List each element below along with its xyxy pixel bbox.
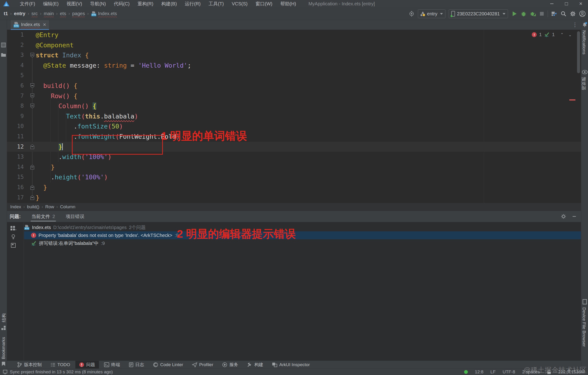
profile-icon[interactable] <box>579 10 586 17</box>
previewer-eye-icon[interactable] <box>582 70 588 74</box>
code-line[interactable]: 9 Text(this.balabala) <box>7 111 581 122</box>
preview-source-icon[interactable] <box>11 243 16 248</box>
next-problem-chevron-icon[interactable]: ⌃ <box>568 32 572 37</box>
code-editor[interactable]: 1@Entry2@Component3struct Index {4 @Stat… <box>7 30 581 203</box>
breadcrumb-item[interactable]: ets <box>60 11 66 16</box>
sync-icon[interactable] <box>3 370 8 374</box>
code-breadcrumb-item[interactable]: Column <box>60 204 75 209</box>
tool-window-button-profiler[interactable]: Profiler <box>188 361 217 369</box>
code-line[interactable]: 6 build() { <box>7 81 581 91</box>
menu-item[interactable]: 视图(V) <box>63 0 86 8</box>
code-breadcrumb-item[interactable]: build() <box>27 204 39 209</box>
menu-item[interactable]: 导航(N) <box>86 0 110 8</box>
code-line[interactable]: 14 } <box>7 162 581 172</box>
project-structure-icon[interactable] <box>551 11 557 17</box>
fold-marker-icon[interactable] <box>30 195 34 200</box>
problems-error-row[interactable]: ! Property 'balabala' does not exist on … <box>24 231 581 239</box>
run-button[interactable] <box>511 11 517 17</box>
menu-item[interactable]: 重构(R) <box>134 0 157 8</box>
tool-window-button-问题[interactable]: 问题 <box>75 361 99 369</box>
inspections-widget[interactable]: ! 1 1 ⌃ ⌃ <box>532 32 572 37</box>
settings-gear-icon[interactable] <box>570 11 576 17</box>
tool-window-button-todo[interactable]: TODO <box>47 361 74 369</box>
search-icon[interactable] <box>560 11 567 17</box>
fold-marker-icon[interactable] <box>30 53 34 58</box>
tab-index-ets[interactable]: ETS Index.ets ✕ <box>11 20 49 30</box>
menu-item[interactable]: VCS(S) <box>228 0 252 8</box>
tool-window-button-构建[interactable]: 构建 <box>243 361 267 369</box>
code-breadcrumb-item[interactable]: Row <box>45 204 54 209</box>
tab-project-errors[interactable]: 项目错误 <box>66 211 84 222</box>
code-line[interactable]: 4 @State message: string = 'Hello World'… <box>7 61 581 71</box>
code-line[interactable]: 10 .fontSize(50) <box>7 121 581 132</box>
code-line[interactable]: 3struct Index { <box>7 50 581 61</box>
tab-close-icon[interactable]: ✕ <box>43 22 46 27</box>
bookmark-flag-icon[interactable] <box>1 362 6 366</box>
prev-problem-chevron-icon[interactable]: ⌃ <box>560 32 564 37</box>
tool-window-button-终端[interactable]: 终端 <box>100 361 124 369</box>
tab-current-file[interactable]: 当前文件 2 <box>32 211 55 222</box>
code-line[interactable]: 1@Entry <box>7 30 581 40</box>
device-file-browser-icon[interactable] <box>582 299 587 304</box>
error-stripe-mark[interactable] <box>569 99 575 101</box>
device-select[interactable]: 23E0223C20040281 <box>449 9 508 18</box>
fold-marker-icon[interactable] <box>30 93 34 98</box>
locate-icon[interactable] <box>409 11 415 17</box>
menu-item[interactable]: 窗口(W) <box>252 0 276 8</box>
module-select[interactable]: entry <box>418 9 445 18</box>
tool-window-button-服务[interactable]: 服务 <box>218 361 242 369</box>
tool-window-button-版本控制[interactable]: 版本控制 <box>13 361 45 369</box>
code-line[interactable]: 8 Column() { <box>7 101 581 111</box>
fold-marker-icon[interactable] <box>30 83 34 88</box>
sidebar-item-previewer[interactable]: 预览器 <box>580 77 587 90</box>
sidebar-item-device-file-browser[interactable]: Device File Browser <box>581 307 587 347</box>
breadcrumb-item[interactable]: main <box>44 11 54 16</box>
tool-window-button-日志[interactable]: 日志 <box>125 361 148 369</box>
tab-options-kebab-icon[interactable]: ⋮ <box>572 21 578 28</box>
breadcrumb-item[interactable]: pages <box>72 11 85 16</box>
problems-typo-row[interactable]: 拼写错误:在单词"balabala"中 :9 <box>24 239 581 247</box>
menu-item[interactable]: 编辑(E) <box>39 0 63 8</box>
code-line[interactable]: 7 Row() { <box>7 91 581 101</box>
tool-window-button-code-linter[interactable]: Code Linter <box>149 361 187 369</box>
panel-settings-gear-icon[interactable] <box>561 214 566 219</box>
code-line[interactable]: 15 .height('100%') <box>7 172 581 182</box>
project-view-icon[interactable] <box>1 42 6 48</box>
folder-icon[interactable] <box>1 52 6 57</box>
code-line[interactable]: 2@Component <box>7 40 581 50</box>
menu-item[interactable]: 运行(R) <box>181 0 205 8</box>
file-encoding[interactable]: UTF-8 <box>503 369 515 375</box>
menu-item[interactable]: 文件(F) <box>16 0 39 8</box>
close-button[interactable]: ✕ <box>574 0 588 8</box>
fold-marker-icon[interactable] <box>30 165 34 170</box>
breadcrumb-item[interactable]: src <box>32 11 38 16</box>
code-line[interactable]: 17} <box>7 193 581 203</box>
menu-item[interactable]: 工具(T) <box>205 0 228 8</box>
breadcrumb-item[interactable]: entry <box>14 11 25 16</box>
problems-file-row[interactable]: ETS Index.ets D:\code\t1\entry\src\main\… <box>24 223 581 231</box>
group-by-icon[interactable] <box>10 226 16 231</box>
tool-window-button-arkui-inspector[interactable]: ArkUI Inspector <box>268 361 314 369</box>
stop-button[interactable] <box>539 11 544 16</box>
panel-minimize-icon[interactable] <box>572 214 576 219</box>
editor-scrollbar[interactable] <box>577 31 580 73</box>
menu-item[interactable]: 代码(C) <box>110 0 134 8</box>
fold-marker-icon[interactable] <box>30 144 34 149</box>
structure-blocks-icon[interactable] <box>1 325 6 330</box>
caret-position[interactable]: 12:8 <box>475 369 483 375</box>
lightbulb-icon[interactable] <box>11 234 15 240</box>
maximize-button[interactable] <box>559 0 574 8</box>
breadcrumb-item[interactable]: Index.ets <box>98 11 117 16</box>
sidebar-item-notifications[interactable]: Notifications <box>581 30 587 55</box>
debug-button[interactable] <box>521 11 527 17</box>
fold-marker-icon[interactable] <box>30 185 34 190</box>
sidebar-item-structure[interactable]: 结构 <box>1 314 7 322</box>
line-separator[interactable]: LF <box>491 369 496 375</box>
minimize-button[interactable] <box>545 0 559 8</box>
attach-debugger-button[interactable] <box>530 11 536 17</box>
notifications-icon[interactable] <box>582 22 588 28</box>
menu-item[interactable]: 帮助(H) <box>276 0 300 8</box>
sidebar-item-bookmarks[interactable]: Bookmarks <box>1 337 6 359</box>
code-line[interactable]: 16 } <box>7 182 581 193</box>
code-breadcrumb-item[interactable]: Index <box>10 204 21 209</box>
